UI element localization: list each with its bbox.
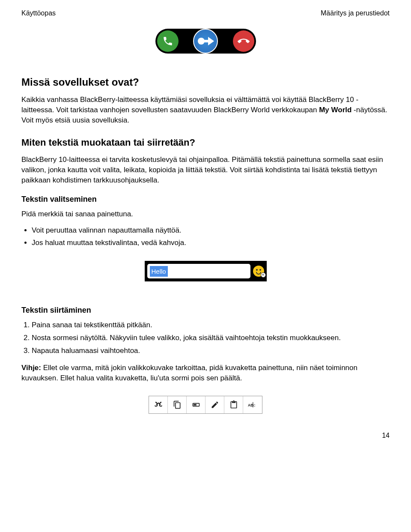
list-item: Paina sanaa tai tekstikenttää pitkään. bbox=[32, 320, 390, 330]
selected-text-example: Hello bbox=[150, 266, 168, 277]
svg-text:C: C bbox=[253, 404, 256, 407]
section1-text-a: Kaikkia vanhassa BlackBerry-laitteessa k… bbox=[21, 96, 358, 114]
call-slider-image bbox=[21, 29, 390, 54]
section1-heading: Missä sovellukset ovat? bbox=[21, 75, 390, 90]
text-format-icon: ABC bbox=[243, 396, 262, 413]
cut-icon bbox=[149, 396, 168, 413]
section2-paragraph: BlackBerry 10-laitteessa ei tarvita kosk… bbox=[21, 155, 390, 185]
tip-paragraph: Vihje: Ellet ole varma, mitä jokin valik… bbox=[21, 363, 390, 383]
select-icon bbox=[187, 396, 206, 413]
list-item: Jos haluat muuttaa tekstivalintaa, vedä … bbox=[32, 238, 390, 248]
header-right: Määritys ja perustiedot bbox=[321, 9, 390, 18]
accept-call-icon bbox=[157, 30, 179, 52]
slide-handle-icon bbox=[193, 29, 218, 54]
paste-icon bbox=[224, 396, 243, 413]
decline-call-icon bbox=[233, 30, 254, 52]
page-number: 14 bbox=[21, 431, 390, 440]
section4-heading: Tekstin siirtäminen bbox=[21, 305, 390, 316]
tip-label: Vihje: bbox=[21, 364, 41, 372]
edit-toolbar-image: ABC bbox=[21, 396, 390, 414]
my-world-bold: My World bbox=[319, 106, 351, 114]
tip-text: Ellet ole varma, mitä jokin valikkokuvak… bbox=[21, 364, 357, 382]
section4-steps: Paina sanaa tai tekstikenttää pitkään. N… bbox=[21, 320, 390, 356]
emoji-icon: + bbox=[253, 266, 264, 277]
edit-icon bbox=[206, 396, 224, 413]
copy-icon bbox=[168, 396, 187, 413]
list-item: Nosta sormesi näytöltä. Näkyviin tulee v… bbox=[32, 333, 390, 343]
section3-bullets: Voit peruuttaa valinnan napauttamalla nä… bbox=[21, 225, 390, 248]
section3-heading: Tekstin valitseminen bbox=[21, 194, 390, 205]
svg-text:AB: AB bbox=[248, 403, 253, 407]
header-left: Käyttöopas bbox=[21, 9, 56, 18]
svg-rect-1 bbox=[194, 404, 197, 406]
section1-paragraph: Kaikkia vanhassa BlackBerry-laitteessa k… bbox=[21, 95, 390, 125]
text-selection-image: Hello + bbox=[21, 261, 390, 281]
list-item: Napauta haluamaasi vaihtoehtoa. bbox=[32, 346, 390, 356]
section3-paragraph: Pidä merkkiä tai sanaa painettuna. bbox=[21, 209, 390, 219]
list-item: Voit peruuttaa valinnan napauttamalla nä… bbox=[32, 225, 390, 236]
section2-heading: Miten tekstiä muokataan tai siirretään? bbox=[21, 136, 390, 149]
